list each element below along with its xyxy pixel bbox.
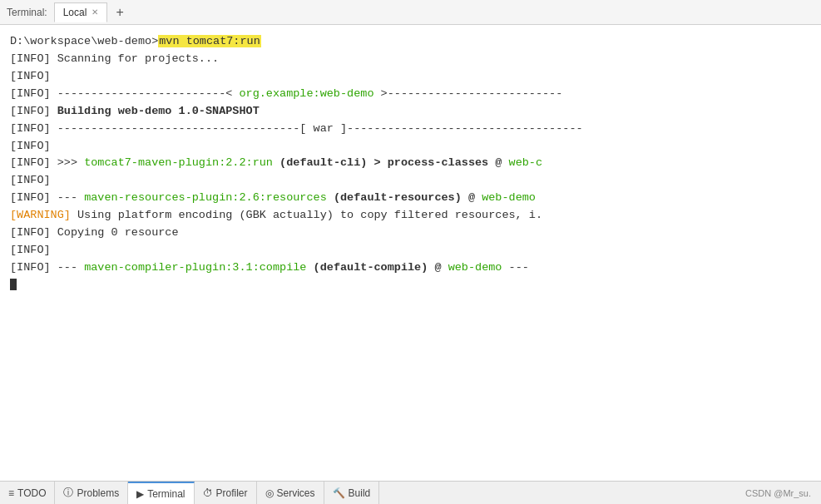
status-todo[interactable]: ≡ TODO: [0, 482, 55, 504]
terminal-line-9: [INFO] --- maven-resources-plugin:2.6:re…: [10, 190, 811, 207]
link-tomcat7: tomcat7-maven-plugin:2.2:run: [84, 156, 273, 169]
status-terminal-label: Terminal: [147, 488, 185, 500]
status-profiler[interactable]: ⏱ Profiler: [195, 482, 257, 504]
terminal-line-12: [INFO]: [10, 242, 811, 259]
tab-local[interactable]: Local ✕: [54, 2, 108, 22]
highlight-command: mvn tomcat7:run: [158, 35, 261, 47]
status-profiler-label: Profiler: [216, 487, 248, 499]
status-terminal[interactable]: ▶ Terminal: [128, 482, 194, 504]
build-icon: 🔨: [333, 487, 345, 499]
link-web-demo-13: web-demo: [448, 261, 502, 274]
link-maven-resources: maven-resources-plugin:2.6:resources: [84, 191, 327, 204]
tab-local-label: Local: [63, 7, 87, 18]
terminal-line-11: [INFO] Copying 0 resource: [10, 225, 811, 242]
status-right-text: CSDN @Mr_su.: [735, 488, 821, 498]
csdn-label: CSDN @Mr_su.: [745, 488, 811, 498]
services-icon: ◎: [265, 487, 274, 499]
terminal-line-6: [INFO]: [10, 138, 811, 156]
terminal-output: D:\workspace\web-demo>mvn tomcat7:run [I…: [0, 25, 821, 481]
terminal-line-7: [INFO] >>> tomcat7-maven-plugin:2.2:run …: [10, 155, 811, 172]
todo-icon: ≡: [8, 487, 14, 499]
terminal-line-2: [INFO]: [10, 68, 811, 86]
tab-close-icon[interactable]: ✕: [91, 7, 98, 17]
link-web-demo-9: web-demo: [482, 191, 536, 204]
terminal-line-cmd: D:\workspace\web-demo>mvn tomcat7:run: [10, 33, 811, 51]
terminal-label: Terminal:: [7, 7, 47, 18]
terminal-line-13: [INFO] --- maven-compiler-plugin:3.1:com…: [10, 259, 811, 277]
terminal-line-5: [INFO] ---------------------------------…: [10, 121, 811, 138]
terminal-line-10: [WARNING] Using platform encoding (GBK a…: [10, 207, 811, 225]
profiler-icon: ⏱: [203, 487, 213, 499]
status-problems[interactable]: ⓘ Problems: [55, 482, 128, 504]
terminal-line-3: [INFO] -------------------------< org.ex…: [10, 86, 811, 103]
cursor-block: [10, 279, 17, 290]
status-services-label: Services: [277, 487, 315, 499]
link-maven-compiler: maven-compiler-plugin:3.1:compile: [84, 261, 306, 274]
link-org-example: org.example:web-demo: [239, 87, 373, 100]
problems-icon: ⓘ: [63, 486, 73, 500]
new-tab-button[interactable]: +: [111, 6, 128, 19]
status-build-label: Build: [349, 487, 371, 499]
terminal-line-cursor: [10, 277, 811, 294]
status-problems-label: Problems: [77, 487, 119, 499]
terminal-line-8: [INFO]: [10, 172, 811, 190]
terminal-line-4: [INFO] Building web-demo 1.0-SNAPSHOT: [10, 103, 811, 121]
terminal-line-1: [INFO] Scanning for projects...: [10, 51, 811, 68]
status-build[interactable]: 🔨 Build: [324, 482, 380, 504]
terminal-status-icon: ▶: [136, 488, 144, 500]
link-web-c: web-c: [509, 156, 543, 169]
status-todo-label: TODO: [17, 487, 46, 499]
status-bar: ≡ TODO ⓘ Problems ▶ Terminal ⏱ Profiler …: [0, 481, 821, 504]
tab-bar: Terminal: Local ✕ +: [0, 0, 821, 25]
status-services[interactable]: ◎ Services: [257, 482, 324, 504]
